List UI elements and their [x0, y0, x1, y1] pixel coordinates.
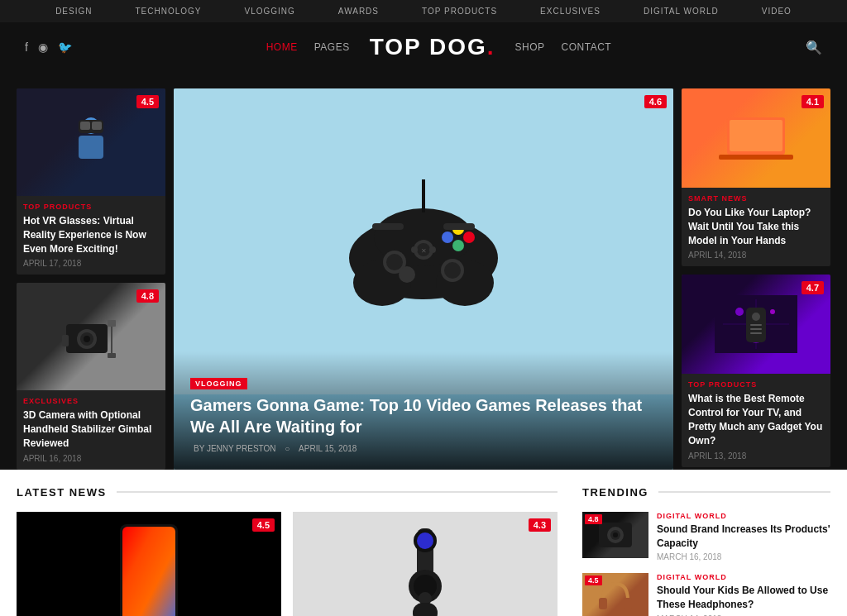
hero-card-remote-category: TOP PRODUCTS — [688, 380, 824, 389]
hero-center-title: Gamers Gonna Game: Top 10 Video Games Re… — [190, 394, 657, 437]
site-header: f ◉ 🐦 HOME PAGES TOP DOG. SHOP CONTACT 🔍 — [0, 22, 847, 72]
social-links: f ◉ 🐦 — [25, 41, 72, 54]
svg-rect-3 — [80, 122, 90, 130]
hero-card-laptop-title: Do You Like Your Laptop? Wait Until You … — [688, 206, 824, 247]
trending-divider — [658, 491, 830, 493]
latest-news-section: LATEST NEWS — [17, 486, 557, 616]
hero-card-camera[interactable]: 4.8 EXCLUSIVES 3D Camera with Optional H… — [17, 283, 165, 469]
svg-point-41 — [770, 309, 775, 314]
topbar-design[interactable]: Design — [44, 7, 103, 16]
hero-center-author: BY JENNY PRESTON — [194, 444, 275, 453]
trending-title: TRENDING — [582, 486, 658, 499]
hero-card-laptop-category: SMART NEWS — [688, 194, 824, 203]
hero-card-vr-title: Hot VR Glasses: Virtual Reality Experien… — [23, 214, 159, 255]
svg-point-26 — [452, 240, 464, 251]
hero-center[interactable]: ✕ 4.6 VLOGGING Gamers Gonna Game: Top 10… — [174, 88, 673, 470]
hero-card-remote[interactable]: 4.7 TOP PRODUCTS What is the Best Remote… — [682, 275, 830, 466]
hero-card-camera-date: APRIL 16, 2018 — [23, 454, 159, 463]
hero-card-vr-category: TOP PRODUCTS — [23, 203, 159, 211]
twitter-link[interactable]: 🐦 — [58, 41, 72, 54]
search-icon[interactable]: 🔍 — [806, 40, 822, 55]
hero-card-camera-badge: 4.8 — [136, 289, 159, 303]
hero-card-vr[interactable]: 4.5 TOP PRODUCTS Hot VR Glasses: Virtual… — [17, 88, 165, 275]
nav-pages[interactable]: PAGES — [314, 41, 350, 53]
svg-rect-62 — [599, 598, 607, 609]
hero-center-date: APRIL 15, 2018 — [299, 444, 357, 453]
topbar-top-products[interactable]: Top Products — [410, 7, 509, 16]
facebook-link[interactable]: f — [25, 41, 28, 54]
svg-rect-35 — [730, 120, 782, 151]
svg-rect-36 — [719, 155, 793, 160]
title-dot: . — [487, 34, 495, 60]
trending-category-2: DIGITAL WORLD — [657, 573, 830, 581]
hero-card-remote-title: What is the Best Remote Control for Your… — [688, 392, 824, 447]
trending-badge-1: 4.8 — [585, 514, 602, 524]
news-card-gadget-badge: 4.3 — [529, 518, 551, 532]
svg-rect-9 — [108, 320, 116, 327]
instagram-link[interactable]: ◉ — [38, 41, 48, 54]
hero-card-laptop[interactable]: 4.1 SMART NEWS Do You Like Your Laptop? … — [682, 88, 830, 266]
latest-news-title: LATEST NEWS — [17, 486, 117, 499]
svg-point-53 — [417, 532, 433, 549]
trending-item-speaker[interactable]: 4.8 DIGITAL WORLD Sound Brand Increases … — [582, 512, 830, 562]
top-bar: Design Technology Vlogging Awards Top Pr… — [0, 0, 847, 22]
hero-section: 4.5 TOP PRODUCTS Hot VR Glasses: Virtual… — [0, 72, 847, 470]
svg-point-19 — [386, 254, 403, 270]
svg-rect-57 — [413, 603, 438, 616]
svg-rect-11 — [108, 353, 116, 358]
topbar-video[interactable]: Video — [750, 7, 803, 16]
trending-section: TRENDING 4.8 DIGITAL WORLD Sound Brand I — [582, 486, 830, 616]
nav-shop[interactable]: SHOP — [515, 41, 545, 53]
news-card-phone[interactable]: 4.5 — [17, 512, 281, 616]
hero-card-laptop-badge: 4.1 — [802, 95, 824, 108]
lower-section: LATEST NEWS — [0, 470, 847, 616]
svg-point-28 — [442, 232, 453, 243]
section-divider — [117, 491, 557, 493]
topbar-technology[interactable]: Technology — [123, 7, 213, 16]
trending-date-1: MARCH 16, 2018 — [657, 552, 830, 561]
main-nav-left: HOME PAGES — [266, 41, 350, 53]
svg-rect-46 — [750, 328, 762, 330]
svg-point-61 — [613, 532, 618, 537]
trending-category-1: DIGITAL WORLD — [657, 512, 830, 520]
news-card-gadget[interactable]: 4.3 — [293, 512, 557, 616]
trending-badge-2: 4.5 — [585, 575, 602, 585]
hero-card-vr-badge: 4.5 — [136, 95, 159, 108]
hero-left-column: 4.5 TOP PRODUCTS Hot VR Glasses: Virtual… — [17, 88, 165, 470]
main-nav-right: SHOP CONTACT — [515, 41, 612, 53]
trending-item-headphones[interactable]: 4.5 DIGITAL WORLD Should Your Kids Be Al… — [582, 573, 830, 616]
hero-card-camera-category: EXCLUSIVES — [23, 397, 159, 405]
svg-rect-50 — [122, 527, 175, 616]
svg-text:✕: ✕ — [421, 247, 427, 255]
svg-rect-63 — [624, 598, 632, 609]
svg-point-8 — [84, 336, 90, 342]
svg-point-33 — [429, 246, 436, 253]
hero-card-camera-title: 3D Camera with Optional Handheld Stabili… — [23, 408, 159, 450]
topbar-exclusives[interactable]: Exclusives — [529, 7, 612, 16]
trending-title-1: Sound Brand Increases Its Products' Capa… — [657, 523, 830, 551]
hero-right-column: 4.1 SMART NEWS Do You Like Your Laptop? … — [682, 88, 830, 470]
svg-point-22 — [399, 266, 415, 283]
latest-news-grid: 4.5 — [17, 512, 557, 616]
svg-rect-4 — [92, 122, 102, 130]
hero-card-remote-date: APRIL 13, 2018 — [688, 451, 824, 461]
svg-rect-45 — [750, 324, 762, 326]
svg-point-44 — [752, 313, 760, 321]
news-card-phone-badge: 4.5 — [252, 518, 275, 532]
svg-rect-47 — [750, 332, 762, 334]
nav-home[interactable]: HOME — [266, 41, 298, 53]
nav-contact[interactable]: CONTACT — [562, 41, 612, 53]
topbar-digital-world[interactable]: Digital World — [632, 7, 730, 16]
trending-title-2: Should Your Kids Be Allowed to Use These… — [657, 584, 830, 612]
hero-card-remote-badge: 4.7 — [802, 281, 824, 294]
hero-card-vr-date: APRIL 17, 2018 — [23, 259, 159, 268]
topbar-awards[interactable]: Awards — [327, 7, 390, 16]
svg-point-27 — [463, 232, 475, 243]
trending-thumb-headphones: 4.5 — [582, 573, 648, 616]
svg-rect-1 — [79, 136, 103, 159]
svg-point-32 — [411, 246, 418, 253]
hero-center-category: VLOGGING — [190, 378, 247, 389]
topbar-vlogging[interactable]: Vlogging — [233, 7, 307, 16]
site-title: TOP DOG. — [370, 34, 495, 60]
hero-card-laptop-date: APRIL 14, 2018 — [688, 251, 824, 260]
